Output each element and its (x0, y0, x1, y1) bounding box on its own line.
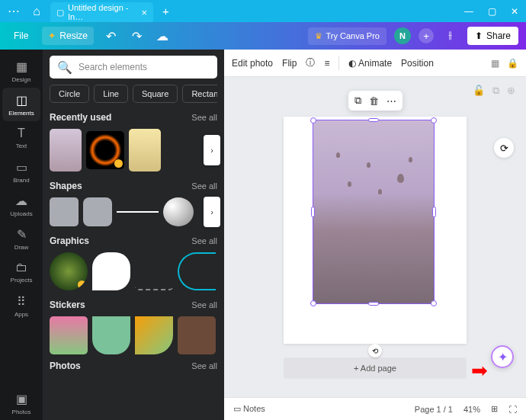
delete-icon[interactable]: 🗑 (369, 95, 379, 107)
elements-icon: ◫ (16, 93, 27, 107)
chip-circle[interactable]: Circle (50, 85, 89, 103)
rail-text[interactable]: TText (2, 121, 40, 155)
titlebar: ⋯ ⌂ ▢ Untitled design - In… × + ― ▢ ✕ (0, 0, 526, 22)
notes-button[interactable]: ▭ Notes (233, 404, 265, 414)
rail-projects[interactable]: 🗀Projects (2, 255, 40, 289)
add-page-button[interactable]: + Add page (284, 357, 467, 379)
shape-rounded[interactable] (83, 197, 112, 226)
graphic-item[interactable] (92, 252, 130, 290)
scroll-right-button[interactable]: › (204, 197, 220, 227)
resize-handle[interactable] (310, 117, 316, 123)
elements-panel: 🔍 Search elements Circle Line Square Rec… (43, 50, 224, 420)
section-recent: Recently usedSee all › (50, 112, 217, 172)
shape-line[interactable] (117, 211, 159, 213)
sticker-item[interactable] (50, 316, 88, 354)
sticker-item[interactable] (135, 316, 173, 354)
floating-toolbar: ⧉ 🗑 ⋯ (348, 91, 403, 111)
reset-view-icon[interactable]: ⟳ (494, 138, 514, 158)
resize-handle[interactable] (431, 300, 437, 306)
lock-icon[interactable]: 🔒 (507, 58, 518, 69)
see-all-graphics[interactable]: See all (191, 236, 217, 245)
position-button[interactable]: Position (401, 58, 434, 69)
section-shapes: ShapesSee all › (50, 181, 217, 226)
main-toolbar: File ✦Resize ↶ ↷ ☁ ♛Try Canva Pro N + ⫲ … (0, 22, 526, 50)
graphic-item[interactable] (178, 252, 216, 290)
selected-image[interactable] (313, 120, 435, 304)
recent-thumb[interactable] (50, 129, 82, 172)
resize-button[interactable]: ✦Resize (42, 27, 94, 45)
graphic-item[interactable] (135, 252, 173, 290)
tab-current[interactable]: ▢ Untitled design - In… × (50, 2, 153, 22)
animate-button[interactable]: ◐ Animate (348, 58, 392, 69)
maximize-icon[interactable]: ▢ (480, 0, 503, 22)
text-icon: T (18, 127, 25, 140)
shape-circle[interactable] (163, 197, 194, 226)
transparency-icon[interactable]: ▦ (491, 58, 499, 69)
analytics-icon[interactable]: ⫲ (441, 27, 460, 45)
rail-apps[interactable]: ⠿Apps (2, 289, 40, 322)
page-indicator[interactable]: Page 1 / 1 (415, 405, 453, 414)
chip-square[interactable]: Square (133, 85, 178, 103)
more-menu-icon[interactable]: ⋯ (3, 2, 24, 21)
resize-handle[interactable] (311, 207, 315, 217)
rail-brand[interactable]: ▭Brand (2, 155, 40, 188)
close-window-icon[interactable]: ✕ (503, 0, 526, 22)
sticker-item[interactable] (178, 316, 216, 354)
share-button[interactable]: ⬆Share (467, 27, 518, 45)
edit-photo-button[interactable]: Edit photo (232, 58, 273, 69)
canvas-page[interactable]: ⟲ (284, 117, 467, 344)
rail-design[interactable]: ▦Design (2, 54, 40, 88)
duplicate-icon[interactable]: ⧉ (354, 95, 361, 107)
minimize-icon[interactable]: ― (457, 0, 480, 22)
redo-icon[interactable]: ↷ (127, 27, 146, 45)
upload-icon: ⬆ (475, 30, 483, 41)
search-input[interactable]: 🔍 Search elements (50, 56, 217, 79)
magic-fab-icon[interactable]: ✦ (491, 345, 514, 368)
add-member-button[interactable]: + (419, 28, 434, 43)
rail-uploads[interactable]: ☁Uploads (2, 188, 40, 222)
see-all-recent[interactable]: See all (191, 113, 217, 122)
chip-rectangle[interactable]: Rectang› (182, 85, 217, 103)
search-icon: 🔍 (57, 60, 72, 75)
recent-thumb[interactable] (86, 131, 124, 169)
section-stickers: StickersSee all (50, 300, 217, 354)
rail-photos[interactable]: ▣Photos (2, 386, 40, 420)
file-menu[interactable]: File (8, 27, 34, 45)
uploads-icon: ☁ (15, 194, 27, 208)
recent-thumb[interactable] (129, 129, 161, 172)
resize-handle[interactable] (368, 118, 379, 122)
resize-handle[interactable] (310, 300, 316, 306)
resize-handle[interactable] (432, 207, 436, 217)
avatar[interactable]: N (394, 27, 411, 44)
grid-view-icon[interactable]: ⊞ (491, 404, 498, 414)
rail-elements[interactable]: ◫Elements (2, 88, 40, 121)
canva-logo-icon: ▢ (56, 8, 64, 18)
rail-draw[interactable]: ✎Draw (2, 222, 40, 255)
design-icon: ▦ (16, 59, 27, 74)
sticker-item[interactable] (92, 316, 130, 354)
chip-line[interactable]: Line (94, 85, 128, 103)
see-all-photos[interactable]: See all (191, 361, 217, 370)
resize-handle[interactable] (368, 302, 379, 306)
see-all-shapes[interactable]: See all (191, 181, 217, 191)
more-options-icon[interactable]: ⋯ (386, 95, 396, 107)
flip-button[interactable]: Flip (282, 58, 297, 69)
see-all-stickers[interactable]: See all (191, 300, 217, 309)
resize-handle[interactable] (431, 117, 437, 123)
side-rail: ▦Design ◫Elements TText ▭Brand ☁Uploads … (0, 50, 43, 420)
shape-square[interactable] (50, 197, 79, 226)
home-icon[interactable]: ⌂ (26, 2, 47, 21)
cloud-sync-icon[interactable]: ☁ (153, 27, 172, 45)
graphic-item[interactable] (50, 252, 88, 290)
zoom-level[interactable]: 41% (463, 405, 480, 414)
fullscreen-icon[interactable]: ⛶ (508, 405, 517, 414)
undo-icon[interactable]: ↶ (101, 27, 120, 45)
info-icon[interactable]: ⓘ (306, 56, 315, 69)
new-tab-button[interactable]: + (155, 5, 177, 18)
scroll-right-button[interactable]: › (204, 135, 220, 165)
close-tab-icon[interactable]: × (141, 7, 147, 18)
align-icon[interactable]: ≡ (324, 58, 329, 69)
rotate-handle-icon[interactable]: ⟲ (368, 344, 382, 357)
tab-title: Untitled design - In… (68, 3, 134, 21)
try-pro-button[interactable]: ♛Try Canva Pro (308, 27, 386, 45)
